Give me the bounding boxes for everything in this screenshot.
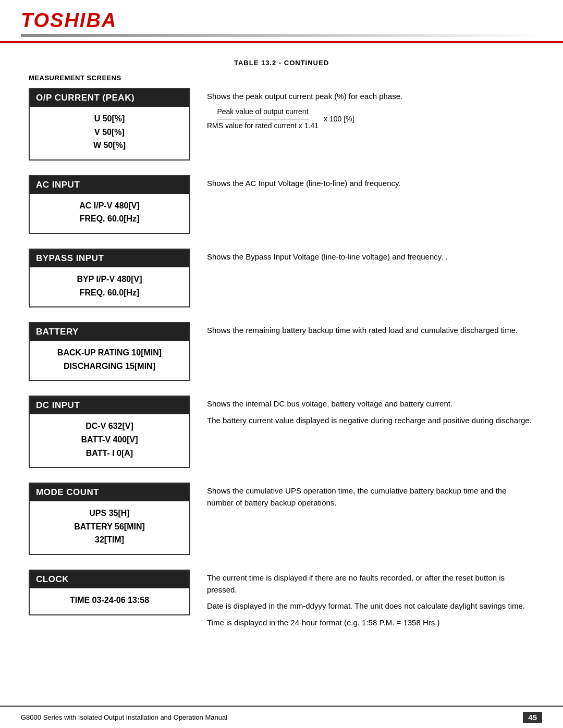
page-number: 45	[523, 712, 542, 723]
header-accent-bar	[21, 34, 542, 37]
screen-body-clock: TIME 03-24-06 13:58	[30, 588, 189, 614]
screen-body-line: V 50[%]	[38, 126, 181, 139]
formula-denominator: RMS value for rated current x 1.41	[207, 120, 319, 132]
screen-panel-dc-input: DC INPUTDC-V 632[V]BATT-V 400[V]BATT- I …	[29, 396, 190, 468]
screen-body-line: FREQ. 60.0[Hz]	[38, 212, 181, 226]
screen-desc-clock: The current time is displayed if there a…	[207, 570, 534, 628]
formula-numerator: Peak value of output current	[217, 106, 308, 119]
screen-panel-bypass-input: BYPASS INPUTBYP I/P-V 480[V]FREQ. 60.0[H…	[29, 249, 190, 307]
screens-container: O/P CURRENT (PEAK)U 50[%]V 50[%]W 50[%]S…	[29, 88, 534, 628]
desc-intro: The current time is displayed if there a…	[207, 572, 534, 596]
desc-intro: Shows the cumulative UPS operation time,…	[207, 485, 534, 509]
screen-body-mode-count: UPS 35[H]BATTERY 56[MIN]32[TIM]	[30, 501, 189, 554]
desc-extra2: Time is displayed in the 24-hour format …	[207, 616, 534, 628]
desc-intro: Shows the AC Input Voltage (line-to-line…	[207, 177, 534, 189]
section-label: MEASUREMENT SCREENS	[29, 74, 534, 82]
screen-body-line: BACK-UP RATING 10[MIN]	[38, 346, 181, 360]
screen-row-bypass-input: BYPASS INPUTBYP I/P-V 480[V]FREQ. 60.0[H…	[29, 249, 534, 307]
screen-header-mode-count: MODE COUNT	[30, 484, 189, 501]
screen-header-clock: CLOCK	[30, 571, 189, 588]
screen-body-line: FREQ. 60.0[Hz]	[38, 286, 181, 300]
screen-body-line: BATT- I 0[A]	[38, 447, 181, 460]
screen-body-dc-input: DC-V 632[V]BATT-V 400[V]BATT- I 0[A]	[30, 414, 189, 467]
screen-body-line: BYP I/P-V 480[V]	[38, 273, 181, 286]
screen-panel-op-current-peak: O/P CURRENT (PEAK)U 50[%]V 50[%]W 50[%]	[29, 88, 190, 161]
screen-body-op-current-peak: U 50[%]V 50[%]W 50[%]	[30, 107, 189, 159]
screen-desc-ac-input: Shows the AC Input Voltage (line-to-line…	[207, 175, 534, 189]
screen-header-battery: BATTERY	[30, 323, 189, 341]
desc-intro: Shows the Bypass Input Voltage (line-to-…	[207, 251, 534, 263]
screen-header-ac-input: AC INPUT	[30, 176, 189, 194]
toshiba-logo: TOSHIBA	[21, 9, 542, 32]
screen-header-op-current-peak: O/P CURRENT (PEAK)	[30, 89, 189, 107]
screen-body-line: DC-V 632[V]	[38, 419, 181, 433]
page-footer: G8000 Series with Isolated Output Instal…	[0, 706, 563, 728]
screen-body-line: AC I/P-V 480[V]	[38, 199, 181, 213]
screen-body-bypass-input: BYP I/P-V 480[V]FREQ. 60.0[Hz]	[30, 267, 189, 306]
screen-row-ac-input: AC INPUTAC I/P-V 480[V]FREQ. 60.0[Hz]Sho…	[29, 175, 534, 234]
desc-intro: Shows the peak output current peak (%) f…	[207, 90, 534, 102]
screen-body-line: W 50[%]	[38, 139, 181, 152]
screen-row-battery: BATTERYBACK-UP RATING 10[MIN]DISCHARGING…	[29, 322, 534, 381]
screen-body-line: DISCHARGING 15[MIN]	[38, 360, 181, 373]
screen-body-battery: BACK-UP RATING 10[MIN]DISCHARGING 15[MIN…	[30, 341, 189, 380]
formula-multiplier: x 100 [%]	[324, 114, 354, 125]
screen-header-bypass-input: BYPASS INPUT	[30, 250, 189, 267]
page-header: TOSHIBA	[0, 0, 563, 43]
screen-body-line: UPS 35[H]	[38, 507, 181, 520]
desc-extra: Date is displayed in the mm-ddyyy format…	[207, 600, 534, 612]
screen-panel-mode-count: MODE COUNTUPS 35[H]BATTERY 56[MIN]32[TIM…	[29, 483, 190, 555]
screen-panel-ac-input: AC INPUTAC I/P-V 480[V]FREQ. 60.0[Hz]	[29, 175, 190, 234]
screen-body-line: BATT-V 400[V]	[38, 433, 181, 447]
screen-row-clock: CLOCKTIME 03-24-06 13:58The current time…	[29, 570, 534, 628]
page-content: TABLE 13.2 - CONTINUED MEASUREMENT SCREE…	[0, 43, 563, 674]
screen-desc-bypass-input: Shows the Bypass Input Voltage (line-to-…	[207, 249, 534, 263]
screen-body-line: BATTERY 56[MIN]	[38, 520, 181, 534]
screen-desc-dc-input: Shows the internal DC bus voltage, batte…	[207, 396, 534, 426]
screen-body-line: TIME 03-24-06 13:58	[38, 594, 181, 607]
screen-row-dc-input: DC INPUTDC-V 632[V]BATT-V 400[V]BATT- I …	[29, 396, 534, 468]
screen-row-op-current-peak: O/P CURRENT (PEAK)U 50[%]V 50[%]W 50[%]S…	[29, 88, 534, 161]
formula-fraction: Peak value of output currentRMS value fo…	[207, 106, 319, 131]
formula-block: Peak value of output currentRMS value fo…	[207, 106, 534, 131]
screen-body-line: U 50[%]	[38, 112, 181, 126]
screen-panel-battery: BATTERYBACK-UP RATING 10[MIN]DISCHARGING…	[29, 322, 190, 381]
manual-title: G8000 Series with Isolated Output Instal…	[21, 713, 227, 721]
desc-intro: Shows the remaining battery backup time …	[207, 324, 534, 336]
screen-header-dc-input: DC INPUT	[30, 397, 189, 414]
screen-desc-mode-count: Shows the cumulative UPS operation time,…	[207, 483, 534, 509]
table-title: TABLE 13.2 - CONTINUED	[29, 59, 534, 67]
desc-extra: The battery current value displayed is n…	[207, 414, 534, 426]
screen-desc-battery: Shows the remaining battery backup time …	[207, 322, 534, 336]
screen-panel-clock: CLOCKTIME 03-24-06 13:58	[29, 570, 190, 615]
screen-row-mode-count: MODE COUNTUPS 35[H]BATTERY 56[MIN]32[TIM…	[29, 483, 534, 555]
screen-body-line: 32[TIM]	[38, 533, 181, 547]
screen-body-ac-input: AC I/P-V 480[V]FREQ. 60.0[Hz]	[30, 194, 189, 233]
screen-desc-op-current-peak: Shows the peak output current peak (%) f…	[207, 88, 534, 132]
desc-intro: Shows the internal DC bus voltage, batte…	[207, 398, 534, 410]
